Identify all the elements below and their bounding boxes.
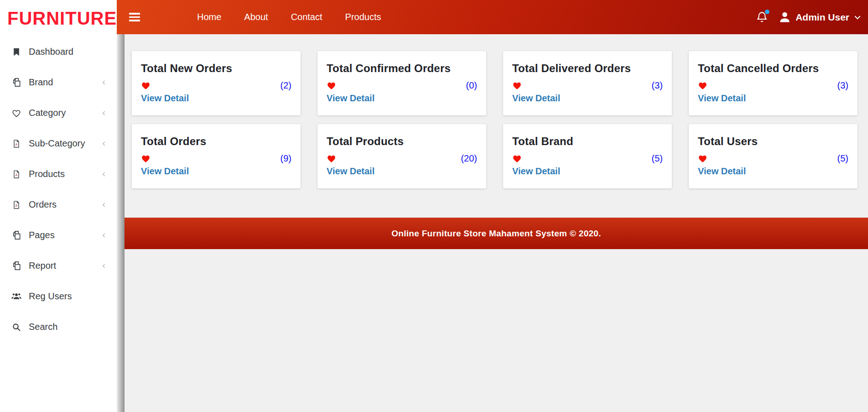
card-total-cancelled-orders: Total Cancelled Orders (3) View Detail <box>689 51 858 115</box>
heart-outline-icon <box>10 108 23 118</box>
sidebar-item-category[interactable]: Category <box>0 98 117 128</box>
view-detail-link[interactable]: View Detail <box>327 166 374 177</box>
card-title: Total Products <box>327 135 477 148</box>
nav-link-contact[interactable]: Contact <box>291 12 322 22</box>
card-count: (3) <box>652 80 663 91</box>
sidebar-item-orders[interactable]: Orders <box>0 189 117 220</box>
card-total-orders: Total Orders (9) View Detail <box>132 124 301 188</box>
nav-link-about[interactable]: About <box>244 12 268 22</box>
sidebar: FURNITURE Dashboard Brand Category <box>0 0 117 412</box>
card-title: Total Cancelled Orders <box>698 62 848 75</box>
sidebar-item-dashboard[interactable]: Dashboard <box>0 37 117 67</box>
hamburger-menu-icon[interactable] <box>129 13 140 21</box>
main-content: Total New Orders (2) View Detail Total C… <box>125 34 868 412</box>
card-total-brand: Total Brand (5) View Detail <box>503 124 672 188</box>
card-title: Total Confirmed Orders <box>327 62 477 75</box>
card-total-new-orders: Total New Orders (2) View Detail <box>132 51 301 115</box>
card-total-users: Total Users (5) View Detail <box>689 124 858 188</box>
chevron-down-icon <box>853 13 862 21</box>
card-title: Total Orders <box>141 135 291 148</box>
file-pdf-icon <box>10 200 23 209</box>
brand-logo-text: FURNITURE <box>7 8 117 29</box>
search-icon <box>10 323 23 332</box>
sidebar-item-pages[interactable]: Pages <box>0 220 117 250</box>
chevron-left-icon <box>100 110 108 117</box>
notification-dot <box>765 10 769 14</box>
view-detail-link[interactable]: View Detail <box>698 166 746 177</box>
sidebar-item-label: Products <box>29 169 65 179</box>
sidebar-item-reg-users[interactable]: Reg Users <box>0 281 117 312</box>
view-detail-link[interactable]: View Detail <box>327 93 374 104</box>
card-count: (5) <box>837 153 848 164</box>
card-count: (5) <box>652 153 663 164</box>
sidebar-item-label: Pages <box>29 230 55 240</box>
stat-cards: Total New Orders (2) View Detail Total C… <box>125 34 868 188</box>
heart-icon <box>327 154 336 163</box>
heart-icon <box>698 154 707 163</box>
sidebar-item-label: Reg Users <box>29 291 72 302</box>
heart-icon <box>512 154 522 163</box>
heart-icon <box>327 81 336 90</box>
sidebar-item-search[interactable]: Search <box>0 312 117 342</box>
bookmark-icon <box>10 47 23 57</box>
nav-link-products[interactable]: Products <box>345 12 381 22</box>
card-title: Total Brand <box>512 135 663 148</box>
sidebar-item-label: Search <box>29 322 57 332</box>
brand-logo[interactable]: FURNITURE <box>0 0 117 37</box>
navbar-right: Admin User <box>756 10 868 24</box>
chevron-left-icon <box>100 140 108 147</box>
top-navbar: Home About Contact Products Admin User <box>117 0 868 34</box>
card-total-confirmed-orders: Total Confirmed Orders (0) View Detail <box>317 51 486 115</box>
chevron-left-icon <box>100 79 108 86</box>
nav-link-home[interactable]: Home <box>197 12 221 22</box>
view-detail-link[interactable]: View Detail <box>141 93 189 104</box>
card-title: Total Users <box>698 135 848 148</box>
card-title: Total New Orders <box>141 62 291 75</box>
chevron-left-icon <box>100 232 108 239</box>
chevron-left-icon <box>100 262 108 270</box>
chevron-left-icon <box>100 201 108 209</box>
sidebar-item-products[interactable]: Products <box>0 159 117 189</box>
copy-icon <box>10 261 23 271</box>
copy-icon <box>10 230 23 240</box>
card-count: (0) <box>466 80 477 91</box>
user-name: Admin User <box>795 12 849 23</box>
sidebar-item-label: Orders <box>29 199 57 210</box>
sidebar-item-label: Report <box>29 261 56 271</box>
sidebar-item-report[interactable]: Report <box>0 250 117 281</box>
card-count: (20) <box>461 153 477 164</box>
view-detail-link[interactable]: View Detail <box>698 93 746 104</box>
card-total-delivered-orders: Total Delivered Orders (3) View Detail <box>503 51 672 115</box>
sidebar-scrollbar[interactable] <box>117 34 125 412</box>
card-count: (9) <box>281 153 291 164</box>
sidebar-item-label: Sub-Category <box>29 138 85 149</box>
sidebar-item-label: Dashboard <box>29 47 73 57</box>
sidebar-item-label: Category <box>29 108 66 118</box>
card-count: (3) <box>837 80 848 91</box>
nav-links: Home About Contact Products <box>197 12 381 22</box>
card-total-products: Total Products (20) View Detail <box>317 124 486 188</box>
chevron-left-icon <box>100 171 108 178</box>
users-icon <box>10 291 23 302</box>
view-detail-link[interactable]: View Detail <box>512 93 560 104</box>
card-count: (2) <box>281 80 291 91</box>
sidebar-item-label: Brand <box>29 77 53 88</box>
heart-icon <box>141 81 151 90</box>
user-avatar-icon <box>778 10 791 24</box>
heart-icon <box>141 154 151 163</box>
user-menu[interactable]: Admin User <box>778 10 862 24</box>
notifications-bell-icon[interactable] <box>756 11 768 23</box>
heart-icon <box>698 81 707 90</box>
card-title: Total Delivered Orders <box>512 62 663 75</box>
copy-icon <box>10 77 23 88</box>
footer-text: Online Furniture Store Mahament System ©… <box>391 229 601 239</box>
file-pdf-icon <box>10 170 23 179</box>
view-detail-link[interactable]: View Detail <box>512 166 560 177</box>
sidebar-item-sub-category[interactable]: Sub-Category <box>0 128 117 159</box>
heart-icon <box>512 81 522 90</box>
sidebar-item-brand[interactable]: Brand <box>0 67 117 98</box>
view-detail-link[interactable]: View Detail <box>141 166 189 177</box>
footer: Online Furniture Store Mahament System ©… <box>125 218 868 249</box>
file-pdf-icon <box>10 139 23 148</box>
